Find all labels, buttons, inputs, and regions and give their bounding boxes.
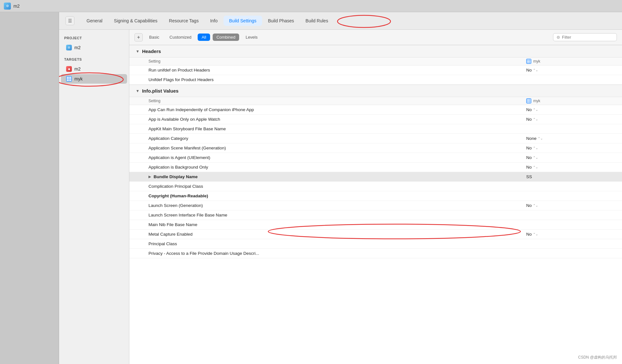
filter-combined-button[interactable]: Combined [213, 34, 239, 41]
filter-levels-button[interactable]: Levels [242, 34, 262, 41]
myk-target-icon [66, 76, 72, 82]
infoplist-col-setting: Setting [148, 99, 526, 103]
setting-value: No⌃⌄ [526, 232, 616, 237]
main-layout: ☰ General Signing & Capabilities Resourc… [0, 12, 622, 364]
table-row[interactable]: Application Scene Manifest (Generation) … [129, 143, 622, 153]
setting-name: Application Category [148, 136, 526, 141]
sidebar-item-m2-target[interactable]: ◆ m2 [61, 64, 127, 74]
setting-name: Launch Screen Interface File Base Name [148, 213, 526, 217]
filter-customized-button[interactable]: Customized [166, 34, 195, 41]
tab-build-phases[interactable]: Build Phases [262, 16, 300, 26]
content-area: ☰ General Signing & Capabilities Resourc… [59, 12, 622, 364]
setting-name: Application is Background Only [148, 165, 526, 170]
sidebar-toggle-button[interactable]: ☰ [65, 16, 74, 25]
table-row[interactable]: Launch Screen (Generation) No⌃⌄ [129, 201, 622, 210]
settings-area: + Basic Customized All Combined Levels ⊜ [129, 30, 622, 364]
headers-col-value-label: myk [533, 59, 540, 64]
stepper-icon: ⌃⌄ [538, 137, 543, 140]
table-row[interactable]: Application is Agent (UIElement) No⌃⌄ [129, 153, 622, 163]
m2-target-icon: ◆ [66, 66, 72, 72]
build-settings-annotation [337, 15, 391, 28]
table-row[interactable]: Privacy - Access to a File Provide Domai… [129, 249, 622, 258]
setting-name: Complication Principal Class [148, 184, 526, 189]
stepper-icon: ⌃⌄ [533, 204, 538, 207]
filter-icon: ⊜ [557, 35, 560, 40]
table-row[interactable]: Metal Capture Enabled No⌃⌄ [129, 230, 622, 239]
setting-name: Run unifdef on Product Headers [148, 68, 526, 72]
sub-toolbar: + Basic Customized All Combined Levels ⊜ [129, 30, 622, 45]
sidebar-item-m2-project[interactable]: ⚙ m2 [61, 43, 127, 52]
myk-target-wrapper: myk [59, 74, 129, 84]
sidebar-panel: PROJECT ⚙ m2 TARGETS ◆ m2 [59, 30, 129, 364]
tab-build-settings[interactable]: Build Settings [224, 16, 262, 26]
tab-signing[interactable]: Signing & Capabilities [108, 16, 163, 26]
app-icon: ⚙ [4, 3, 11, 10]
table-row[interactable]: Launch Screen Interface File Base Name [129, 210, 622, 220]
setting-name: Launch Screen (Generation) [148, 203, 526, 208]
table-row[interactable]: Application is Background Only No⌃⌄ [129, 163, 622, 172]
infoplist-column-row: Setting myk [129, 97, 622, 105]
watermark: CSDN @虚构的乌托邦 [578, 355, 617, 360]
headers-title: Headers [142, 49, 161, 54]
setting-value: No ⌃⌄ [526, 68, 616, 72]
headers-column-row: Setting myk [129, 57, 622, 65]
setting-name: App Can Run Independently of Companion i… [148, 107, 526, 112]
stepper-icon: ⌃⌄ [533, 68, 538, 72]
targets-section-label: TARGETS [59, 57, 129, 64]
targets-section: TARGETS ◆ m2 myk [59, 57, 129, 84]
filter-basic-button[interactable]: Basic [145, 34, 163, 41]
table-row[interactable]: App is Available Only on Apple Watch No⌃… [129, 115, 622, 124]
setting-value: No⌃⌄ [526, 165, 616, 170]
setting-name: Application Scene Manifest (Generation) [148, 146, 526, 150]
table-row[interactable]: Unifdef Flags for Product Headers [129, 75, 622, 85]
filter-input-wrapper: ⊜ [553, 33, 617, 41]
tab-info[interactable]: Info [204, 16, 223, 26]
table-row[interactable]: AppKit Main Storyboard File Base Name [129, 124, 622, 134]
project-panel: PROJECT ⚙ m2 TARGETS ◆ m2 [59, 30, 622, 364]
headers-section-header[interactable]: ▼ Headers [129, 45, 622, 57]
headers-col-icon [526, 59, 531, 64]
table-row[interactable]: Principal Class [129, 239, 622, 249]
tab-general[interactable]: General [81, 16, 108, 26]
infoplist-section: ▼ Info.plist Values Setting myk [129, 85, 622, 258]
table-row[interactable]: Run unifdef on Product Headers No ⌃⌄ [129, 65, 622, 75]
infoplist-section-header[interactable]: ▼ Info.plist Values [129, 85, 622, 97]
stepper-icon: ⌃⌄ [533, 165, 538, 169]
setting-name: App is Available Only on Apple Watch [148, 117, 526, 122]
table-row[interactable]: Main Nib File Base Name [129, 220, 622, 230]
add-setting-button[interactable]: + [134, 33, 143, 42]
setting-value: None⌃⌄ [526, 136, 616, 141]
expand-arrow-icon: ▶ [148, 175, 154, 179]
infoplist-title: Info.plist Values [142, 88, 178, 94]
infoplist-col-value-label: myk [533, 99, 540, 103]
table-row[interactable]: Application Category None⌃⌄ [129, 134, 622, 143]
filter-all-button[interactable]: All [198, 34, 210, 41]
tab-build-rules[interactable]: Build Rules [300, 16, 334, 26]
stepper-icon: ⌃⌄ [533, 146, 538, 150]
setting-value: No⌃⌄ [526, 107, 616, 112]
stepper-icon: ⌃⌄ [533, 118, 538, 121]
tab-resource-tags[interactable]: Resource Tags [163, 16, 204, 26]
table-row[interactable]: App Can Run Independently of Companion i… [129, 105, 622, 115]
setting-name-bold: Copyright (Human-Readable) [148, 193, 526, 198]
setting-value: No⌃⌄ [526, 117, 616, 122]
headers-col-value: myk [526, 59, 616, 64]
sidebar-item-myk[interactable]: myk [61, 74, 127, 84]
m2-project-icon: ⚙ [66, 45, 72, 50]
setting-name: Privacy - Access to a File Provide Domai… [148, 251, 526, 256]
setting-name: Application is Agent (UIElement) [148, 155, 526, 160]
bundle-display-name-row[interactable]: ▶ Bundle Display Name SS [129, 172, 622, 182]
infoplist-chevron: ▼ [136, 89, 140, 93]
headers-section: ▼ Headers Setting myk [129, 45, 622, 85]
infoplist-col-value: myk [526, 98, 616, 103]
title-bar: ⚙ m2 [0, 0, 622, 12]
table-row[interactable]: Copyright (Human-Readable) [129, 191, 622, 201]
tab-bar: ☰ General Signing & Capabilities Resourc… [59, 12, 622, 30]
setting-value: No⌃⌄ [526, 203, 616, 208]
myk-target-label: myk [74, 76, 83, 81]
filter-input[interactable] [562, 35, 613, 40]
setting-name: Metal Capture Enabled [148, 232, 526, 237]
headers-chevron: ▼ [136, 49, 140, 54]
table-row[interactable]: Complication Principal Class [129, 182, 622, 191]
stepper-icon: ⌃⌄ [533, 156, 538, 159]
